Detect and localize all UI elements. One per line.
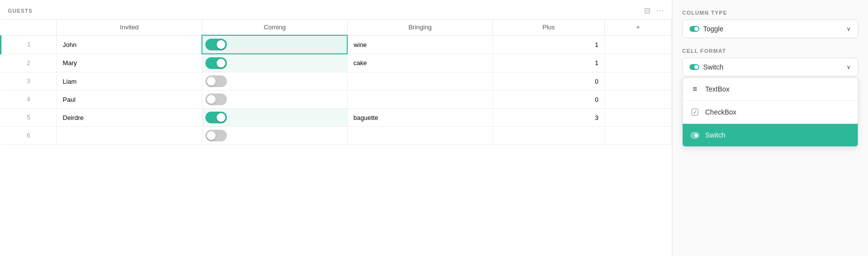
toggle-knob bbox=[207, 77, 216, 86]
cell-bringing[interactable]: baguette bbox=[347, 109, 492, 127]
cell-plus[interactable]: 0 bbox=[493, 72, 605, 91]
switch-label: Switch bbox=[705, 131, 725, 139]
textbox-label: TextBox bbox=[705, 85, 730, 93]
menu-item-textbox[interactable]: TextBox bbox=[683, 78, 858, 101]
th-coming: Coming bbox=[202, 20, 347, 36]
row-number: 2 bbox=[1, 54, 57, 72]
cell-add bbox=[604, 54, 671, 72]
cell-invited[interactable]: Mary bbox=[57, 54, 202, 72]
textbox-icon bbox=[690, 85, 699, 93]
cell-plus[interactable]: 3 bbox=[493, 109, 605, 127]
toggle-switch[interactable] bbox=[205, 130, 227, 141]
table-row: 6 bbox=[1, 127, 672, 145]
cell-format-section: CELL FORMAT Switch ∨ TextBox ✓ CheckBox bbox=[682, 48, 858, 147]
th-invited: Invited bbox=[57, 20, 202, 36]
cell-invited[interactable]: Deirdre bbox=[57, 109, 202, 127]
table-row: 5Deirdrebaguette3 bbox=[1, 109, 672, 127]
table-body: 1Johnwine12Marycake13Liam04Paul05Deirdre… bbox=[1, 35, 672, 145]
cell-invited[interactable]: Liam bbox=[57, 72, 202, 91]
cell-bringing[interactable] bbox=[347, 72, 492, 91]
menu-item-switch[interactable]: Switch bbox=[683, 124, 858, 146]
cell-format-menu: TextBox ✓ CheckBox Switch bbox=[682, 77, 858, 147]
data-table: Invited Coming Bringing Plus + 1Johnwine… bbox=[0, 19, 672, 145]
table-actions: ⊟ ⋯ bbox=[644, 6, 664, 15]
cell-add bbox=[604, 35, 671, 54]
cell-add bbox=[604, 109, 671, 127]
cell-invited[interactable] bbox=[57, 127, 202, 145]
cell-plus[interactable]: 1 bbox=[493, 35, 605, 54]
cell-format-dropdown[interactable]: Switch ∨ bbox=[682, 58, 858, 76]
cell-invited[interactable]: John bbox=[57, 35, 202, 54]
cell-bringing[interactable]: wine bbox=[347, 35, 492, 54]
toggle-knob bbox=[217, 59, 225, 68]
table-title: GUESTS bbox=[8, 8, 33, 14]
right-panel: COLUMN TYPE Toggle ∨ CELL FORMAT Switch … bbox=[672, 0, 868, 256]
table-row: 2Marycake1 bbox=[1, 54, 672, 72]
row-number: 6 bbox=[1, 127, 57, 145]
row-number: 1 bbox=[1, 35, 57, 54]
cell-plus[interactable]: 0 bbox=[493, 91, 605, 109]
cell-format-label: CELL FORMAT bbox=[682, 48, 858, 54]
cell-invited[interactable]: Paul bbox=[57, 91, 202, 109]
checkbox-label: CheckBox bbox=[705, 108, 736, 116]
more-icon[interactable]: ⋯ bbox=[656, 6, 664, 15]
cell-add bbox=[604, 91, 671, 109]
cell-coming[interactable] bbox=[202, 54, 347, 72]
toggle-icon bbox=[690, 26, 699, 32]
th-add[interactable]: + bbox=[604, 20, 671, 36]
th-bringing: Bringing bbox=[347, 20, 492, 36]
table-header-row: GUESTS ⊟ ⋯ bbox=[0, 6, 672, 19]
table-panel: GUESTS ⊟ ⋯ Invited Coming Bringing Plus … bbox=[0, 0, 672, 256]
toggle-switch[interactable] bbox=[205, 75, 227, 87]
filter-icon[interactable]: ⊟ bbox=[644, 6, 650, 15]
cell-coming[interactable] bbox=[202, 91, 347, 109]
table-header: Invited Coming Bringing Plus + bbox=[1, 20, 672, 36]
table-wrapper: Invited Coming Bringing Plus + 1Johnwine… bbox=[0, 19, 672, 145]
cell-coming[interactable] bbox=[202, 35, 347, 54]
toggle-knob bbox=[207, 131, 216, 140]
toggle-switch[interactable] bbox=[205, 39, 227, 50]
row-number: 3 bbox=[1, 72, 57, 91]
switch-active-icon bbox=[690, 131, 699, 140]
cell-bringing[interactable]: cake bbox=[347, 54, 492, 72]
table-row: 1Johnwine1 bbox=[1, 35, 672, 54]
cell-bringing[interactable] bbox=[347, 91, 492, 109]
column-type-value: Toggle bbox=[703, 25, 723, 33]
cell-coming[interactable] bbox=[202, 127, 347, 145]
switch-icon bbox=[690, 64, 699, 70]
cell-coming[interactable] bbox=[202, 72, 347, 91]
toggle-switch[interactable] bbox=[205, 112, 227, 123]
checkbox-icon: ✓ bbox=[690, 108, 699, 116]
toggle-switch[interactable] bbox=[205, 57, 227, 69]
th-plus: Plus bbox=[493, 20, 605, 36]
toggle-switch[interactable] bbox=[205, 93, 227, 105]
cell-add bbox=[604, 127, 671, 145]
chevron-down-icon: ∨ bbox=[846, 25, 851, 32]
toggle-knob bbox=[217, 40, 225, 49]
column-type-dropdown[interactable]: Toggle ∨ bbox=[682, 20, 858, 38]
table-row: 3Liam0 bbox=[1, 72, 672, 91]
menu-item-checkbox[interactable]: ✓ CheckBox bbox=[683, 101, 858, 124]
cell-coming[interactable] bbox=[202, 109, 347, 127]
chevron-down-icon-2: ∨ bbox=[846, 64, 851, 70]
toggle-knob bbox=[217, 113, 225, 122]
column-type-label: COLUMN TYPE bbox=[682, 10, 858, 16]
th-row-num bbox=[1, 20, 57, 36]
toggle-knob bbox=[207, 95, 216, 104]
cell-plus[interactable]: 1 bbox=[493, 54, 605, 72]
row-number: 4 bbox=[1, 91, 57, 109]
row-number: 5 bbox=[1, 109, 57, 127]
table-row: 4Paul0 bbox=[1, 91, 672, 109]
cell-bringing[interactable] bbox=[347, 127, 492, 145]
cell-add bbox=[604, 72, 671, 91]
cell-plus[interactable] bbox=[493, 127, 605, 145]
cell-format-value: Switch bbox=[703, 63, 723, 71]
column-type-section: COLUMN TYPE Toggle ∨ bbox=[682, 10, 858, 38]
